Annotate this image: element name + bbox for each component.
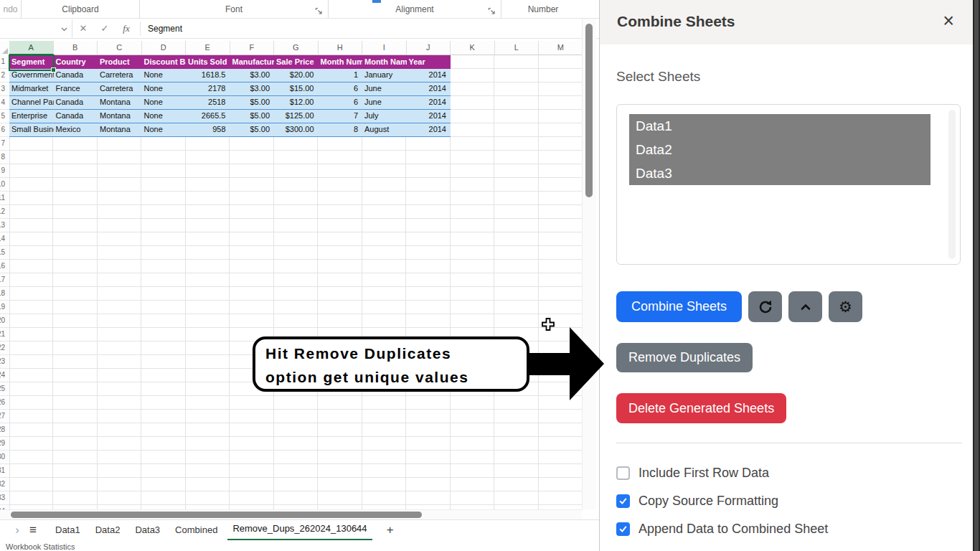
sheet-list-item-data3[interactable]: Data3 <box>629 161 930 185</box>
cell-I4[interactable]: June <box>362 96 407 109</box>
column-header-J[interactable]: J <box>407 41 451 55</box>
sheet-tab-data1[interactable]: Data1 <box>50 520 85 541</box>
select-all-button[interactable] <box>0 41 10 56</box>
column-header-F[interactable]: F <box>230 41 275 55</box>
cell-E3[interactable]: 2178 <box>186 83 230 95</box>
cell-H6[interactable]: 8 <box>319 123 363 136</box>
row-header-25[interactable]: 25 <box>0 382 9 396</box>
cell-E4[interactable]: 2518 <box>186 96 230 109</box>
sheet-tab-combined[interactable]: Combined <box>170 520 222 541</box>
insert-function-icon[interactable]: fx <box>116 23 137 34</box>
cell-I5[interactable]: July <box>362 110 407 123</box>
cell-C4[interactable]: Montana <box>98 96 142 109</box>
row-header-22[interactable]: 22 <box>0 342 9 355</box>
vertical-scrollbar[interactable] <box>582 19 596 509</box>
row-header-14[interactable]: 14 <box>0 232 9 246</box>
column-header-H[interactable]: H <box>319 41 363 55</box>
horizontal-scrollbar-thumb[interactable] <box>11 512 422 518</box>
cell-F4[interactable]: $5.00 <box>230 96 275 109</box>
cell-J5[interactable]: 2014 <box>407 110 451 123</box>
row-header-8[interactable]: 8 <box>0 151 9 164</box>
header-cell-H1[interactable]: Month Number <box>319 55 363 69</box>
cell-F6[interactable]: $5.00 <box>230 123 275 136</box>
header-cell-E1[interactable]: Units Sold <box>186 55 230 69</box>
horizontal-scrollbar[interactable] <box>0 509 582 520</box>
cell-H2[interactable]: 1 <box>319 69 363 82</box>
row-header-23[interactable]: 23 <box>0 355 9 369</box>
row-header-5[interactable]: 5 <box>0 110 9 123</box>
row-header-17[interactable]: 17 <box>0 273 9 287</box>
cell-A4[interactable]: Channel Partners <box>9 96 54 109</box>
row-header-4[interactable]: 4 <box>0 96 9 110</box>
cell-A3[interactable]: Midmarket <box>9 83 54 95</box>
cell-C2[interactable]: Carretera <box>98 69 142 82</box>
column-header-E[interactable]: E <box>186 41 230 55</box>
cell-G5[interactable]: $125.00 <box>274 110 319 123</box>
cell-B2[interactable]: Canada <box>54 69 98 82</box>
cell-J4[interactable]: 2014 <box>407 96 451 109</box>
row-header-24[interactable]: 24 <box>0 369 9 382</box>
row-header-12[interactable]: 12 <box>0 205 9 219</box>
cell-J6[interactable]: 2014 <box>407 123 451 136</box>
cell-A6[interactable]: Small Business <box>9 123 54 136</box>
sheet-tab-data3[interactable]: Data3 <box>130 520 165 541</box>
cell-D4[interactable]: None <box>142 96 187 109</box>
cell-G2[interactable]: $20.00 <box>274 69 319 82</box>
checkbox-unchecked[interactable] <box>616 466 630 480</box>
cell-C3[interactable]: Carretera <box>98 83 142 95</box>
row-header-18[interactable]: 18 <box>0 287 9 301</box>
row-header-13[interactable]: 13 <box>0 219 9 232</box>
row-header-28[interactable]: 28 <box>0 423 9 437</box>
cell-F2[interactable]: $3.00 <box>230 69 275 82</box>
settings-button[interactable]: ⚙ <box>829 291 862 322</box>
combine-sheets-button[interactable]: Combine Sheets <box>616 291 742 322</box>
row-header-10[interactable]: 10 <box>0 178 9 192</box>
row-header-19[interactable]: 19 <box>0 301 9 314</box>
column-header-M[interactable]: M <box>539 41 582 55</box>
row-header-26[interactable]: 26 <box>0 396 9 410</box>
cell-G3[interactable]: $15.00 <box>274 83 319 95</box>
header-cell-I1[interactable]: Month Name <box>362 55 407 69</box>
cell-A5[interactable]: Enterprise <box>9 110 54 123</box>
checkbox-label[interactable]: Copy Source Formatting <box>639 494 778 509</box>
cell-B6[interactable]: Mexico <box>54 123 98 136</box>
cell-I2[interactable]: January <box>362 69 407 82</box>
dialog-launcher-icon[interactable] <box>488 7 496 15</box>
cell-E6[interactable]: 958 <box>186 123 230 136</box>
panel-scrollbar[interactable] <box>973 0 980 551</box>
checkbox-checked[interactable] <box>616 522 630 536</box>
delete-generated-sheets-button[interactable]: Delete Generated Sheets <box>616 393 786 423</box>
row-header-6[interactable]: 6 <box>0 123 9 137</box>
tab-menu-icon[interactable]: ≡ <box>24 520 42 541</box>
sheet-listbox[interactable]: Data1Data2Data3 <box>616 104 961 265</box>
cell-G4[interactable]: $12.00 <box>274 96 319 109</box>
cell-J3[interactable]: 2014 <box>407 83 451 95</box>
row-header-30[interactable]: 30 <box>0 451 9 464</box>
refresh-button[interactable] <box>748 291 782 322</box>
name-box[interactable] <box>0 19 72 38</box>
header-cell-D1[interactable]: Discount Band <box>142 55 187 69</box>
sheet-tab-data2[interactable]: Data2 <box>90 520 126 541</box>
cell-D5[interactable]: None <box>142 110 187 123</box>
cell-B4[interactable]: Canada <box>54 96 98 109</box>
cell-G6[interactable]: $300.00 <box>274 123 319 136</box>
column-header-G[interactable]: G <box>274 41 319 55</box>
dialog-launcher-icon[interactable] <box>315 7 323 15</box>
cancel-icon[interactable]: ✕ <box>72 23 94 34</box>
cell-I6[interactable]: August <box>362 123 407 136</box>
row-header-31[interactable]: 31 <box>0 464 9 478</box>
header-cell-B1[interactable]: Country <box>54 55 98 69</box>
cell-H4[interactable]: 6 <box>319 96 363 109</box>
sheet-list-item-data1[interactable]: Data1 <box>629 114 930 138</box>
checkbox-label[interactable]: Append Data to Combined Sheet <box>639 522 828 537</box>
workbook-statistics-label[interactable]: Workbook Statistics <box>6 542 75 551</box>
remove-duplicates-button[interactable]: Remove Duplicates <box>616 343 753 372</box>
column-header-I[interactable]: I <box>362 41 407 55</box>
header-cell-C1[interactable]: Product <box>98 55 142 69</box>
cell-H5[interactable]: 7 <box>319 110 363 123</box>
column-header-B[interactable]: B <box>54 41 98 55</box>
cell-I3[interactable]: June <box>362 83 407 95</box>
sheet-list-item-data2[interactable]: Data2 <box>629 138 930 161</box>
column-header-D[interactable]: D <box>142 41 187 55</box>
cell-H3[interactable]: 6 <box>319 83 363 95</box>
